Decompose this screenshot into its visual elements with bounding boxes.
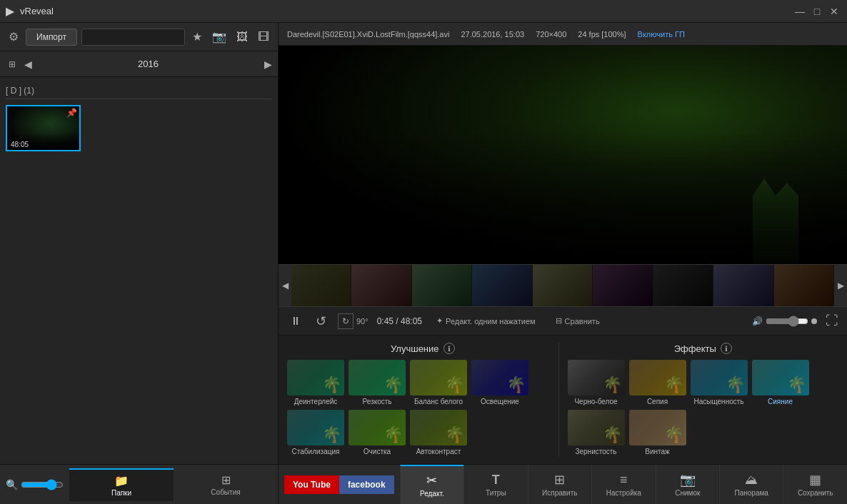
effect-lighting[interactable]: Освещение: [471, 360, 528, 405]
grid-view-icon[interactable]: ⊞: [6, 56, 19, 72]
app-title: vReveal: [20, 6, 54, 16]
timeline-frames: [291, 265, 834, 306]
fullscreen-button[interactable]: ⛶: [826, 313, 838, 328]
timeline-frame[interactable]: [351, 265, 411, 306]
volume-control: 🔊: [752, 316, 817, 327]
zoom-slider[interactable]: [21, 479, 64, 490]
effect-label-stabilize: Стабилизация: [292, 448, 340, 455]
timeline-frame[interactable]: [472, 265, 532, 306]
effect-vintage[interactable]: Винтаж: [629, 410, 686, 455]
enhancements-title: Улучшение: [391, 343, 439, 354]
tool-captions-button[interactable]: T Титры: [463, 465, 527, 504]
effect-label-clean: Очистка: [364, 448, 391, 455]
tool-settings-button[interactable]: ≡ Настройка: [591, 465, 655, 504]
effect-glow[interactable]: Сияние: [752, 360, 809, 405]
app-icon: ▶: [6, 4, 14, 18]
folder-icon: 📁: [114, 474, 129, 488]
volume-slider[interactable]: [766, 316, 808, 327]
timeline-frame[interactable]: [533, 265, 593, 306]
effect-stabilize[interactable]: Стабилизация: [287, 410, 344, 455]
prev-year-button[interactable]: ◀: [24, 59, 32, 70]
effect-bw[interactable]: Черно-белое: [568, 360, 625, 405]
sidebar-content: [ D ] (1) 48:05 📌: [0, 77, 278, 464]
tool-save-button[interactable]: ▦ Сохранить: [783, 465, 846, 504]
timeline-frame[interactable]: [653, 265, 713, 306]
facebook-button[interactable]: facebook: [339, 475, 394, 494]
effect-label-white-balance: Баланс белого: [414, 398, 463, 405]
timeline-frame[interactable]: [291, 265, 351, 306]
save-icon: ▦: [809, 472, 821, 488]
play-pause-button[interactable]: ⏸: [287, 312, 304, 331]
effect-thumb-glow: [752, 360, 809, 395]
one-click-button[interactable]: ✦ Редакт. одним нажатием: [431, 313, 541, 328]
effect-grain[interactable]: Зернистость: [568, 410, 625, 455]
folders-button[interactable]: 📁 Папки: [69, 468, 174, 501]
events-button[interactable]: ⊞ События: [174, 469, 278, 500]
effect-label-saturation: Насыщенность: [693, 398, 743, 405]
snapshot-label: Снимок: [675, 489, 700, 497]
tool-fix-button[interactable]: ⊞ Исправить: [528, 465, 591, 504]
rotate-button[interactable]: ↻: [338, 313, 354, 329]
minimize-button[interactable]: —: [793, 4, 807, 19]
video-player[interactable]: [279, 46, 847, 264]
tool-edit-button[interactable]: ✂ Редакт.: [400, 465, 463, 504]
timeline-frame[interactable]: [713, 265, 773, 306]
thumb-pin-icon: 📌: [66, 108, 77, 118]
sidebar: ⚙ Импорт ★ 📷 🖼 🎞 ⊞ ◀ 2016 ▶ [ D ] (1) 48…: [0, 23, 279, 504]
effect-thumb-autocontrast: [410, 410, 467, 445]
panorama-label: Панорама: [735, 489, 768, 497]
compare-button[interactable]: ⊟ Сравнить: [550, 313, 606, 328]
title-bar-left: ▶ vReveal: [6, 4, 54, 18]
next-year-button[interactable]: ▶: [264, 59, 272, 70]
effects-title: Эффекты: [674, 343, 716, 354]
image-icon[interactable]: 🖼: [234, 28, 251, 46]
effect-label-grain: Зернистость: [575, 448, 616, 455]
tool-panorama-button[interactable]: ⛰ Панорама: [719, 465, 783, 504]
time-total: 48:05: [401, 316, 422, 326]
import-button[interactable]: Импорт: [26, 29, 77, 46]
timeline-frame[interactable]: [412, 265, 472, 306]
enhancements-panel: Улучшение ℹ Деинтерлейс Резкость Баланс …: [287, 343, 558, 457]
star-icon[interactable]: ★: [189, 27, 205, 46]
time-display: 0:45 / 48:05: [377, 316, 422, 326]
effect-deinterlace[interactable]: Деинтерлейс: [287, 360, 344, 405]
effect-autocontrast[interactable]: Автоконтраст: [410, 410, 467, 455]
effects-panel: Эффекты ℹ Черно-белое Сепия Насыщенность: [558, 343, 839, 457]
effect-label-deinterlace: Деинтерлейс: [294, 398, 338, 405]
film-icon[interactable]: 🎞: [255, 28, 272, 46]
effect-sharpness[interactable]: Резкость: [349, 360, 406, 405]
save-label: Сохранить: [798, 489, 833, 497]
maximize-button[interactable]: □: [810, 4, 824, 19]
youtube-button[interactable]: You Tube: [284, 475, 339, 494]
video-scene: [279, 46, 847, 264]
main-area: Daredevil.[S02E01].XviD.LostFilm.[qqss44…: [279, 23, 847, 504]
replay-button[interactable]: ↺: [313, 311, 329, 332]
effects-info-icon[interactable]: ℹ: [721, 343, 732, 354]
tool-snapshot-button[interactable]: 📷 Снимок: [656, 465, 719, 504]
effect-sepia[interactable]: Сепия: [629, 360, 686, 405]
close-button[interactable]: ✕: [827, 4, 841, 19]
effect-thumb-saturation: [691, 360, 748, 395]
camera-icon[interactable]: 📷: [209, 27, 229, 46]
year-label: 2016: [38, 59, 259, 69]
settings-icon[interactable]: ⚙: [6, 27, 21, 46]
timeline-prev-button[interactable]: ◀: [279, 264, 291, 307]
effect-white-balance[interactable]: Баланс белого: [410, 360, 467, 405]
effect-clean[interactable]: Очистка: [349, 410, 406, 455]
timeline-frame[interactable]: [774, 265, 834, 306]
effect-saturation[interactable]: Насыщенность: [691, 360, 748, 405]
effects-area: Улучшение ℹ Деинтерлейс Резкость Баланс …: [279, 336, 847, 464]
search-input[interactable]: [81, 29, 185, 46]
volume-icon: 🔊: [752, 316, 763, 326]
rotate-icon: ↻: [342, 316, 349, 326]
captions-label: Титры: [486, 489, 506, 497]
thumb-timestamp: 48:05: [9, 141, 30, 148]
gpu-label[interactable]: Включить ГП: [638, 30, 685, 39]
timeline-frame[interactable]: [593, 265, 653, 306]
effect-thumb-white-balance: [410, 360, 467, 395]
video-thumbnail[interactable]: 48:05 📌: [6, 105, 81, 151]
timeline-next-button[interactable]: ▶: [834, 264, 847, 307]
enhancements-info-icon[interactable]: ℹ: [443, 343, 455, 354]
effect-thumb-sepia: [629, 360, 686, 395]
settings-label: Настройка: [606, 489, 641, 497]
